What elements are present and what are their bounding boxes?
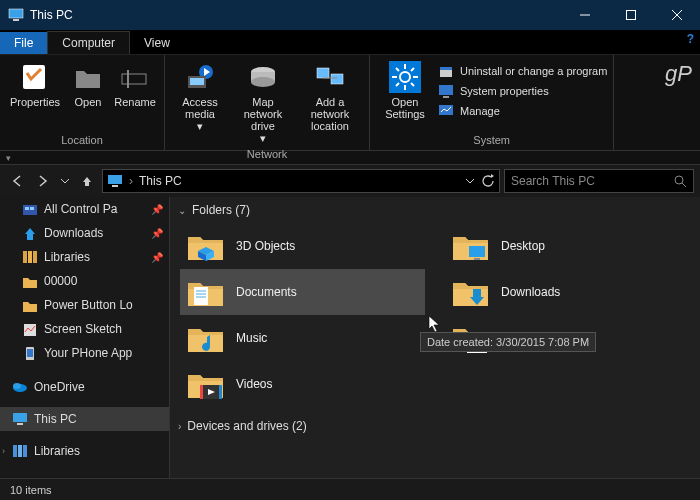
search-input[interactable]: Search This PC (504, 169, 694, 193)
svg-rect-40 (23, 251, 27, 263)
titlebar: This PC (0, 0, 700, 30)
uninstall-program-button[interactable]: Uninstall or change a program (438, 61, 607, 81)
recent-locations-button[interactable] (58, 170, 72, 192)
rename-button[interactable]: Rename (112, 59, 158, 110)
svg-rect-31 (443, 96, 449, 98)
folder-item[interactable]: 3D Objects (180, 223, 425, 269)
chevron-down-icon: ▾ (260, 132, 266, 144)
nav-item[interactable]: Screen Sketch (0, 317, 169, 341)
svg-rect-30 (439, 85, 453, 95)
group-network: Access media ▾ Map network drive ▾ Add a… (165, 55, 370, 150)
folders-section-header[interactable]: ⌄ Folders (7) (170, 197, 700, 223)
folder-label: Downloads (501, 285, 560, 299)
nav-item-icon (22, 321, 38, 337)
cursor-icon (428, 315, 442, 333)
settings-icon (389, 61, 421, 93)
address-row: › This PC Search This PC (0, 165, 700, 197)
tab-computer[interactable]: Computer (47, 31, 130, 54)
up-button[interactable] (76, 170, 98, 192)
tab-file[interactable]: File (0, 32, 47, 54)
manage-button[interactable]: Manage (438, 101, 607, 121)
forward-button[interactable] (32, 170, 54, 192)
nav-item[interactable]: All Control Pa📌 (0, 197, 169, 221)
chevron-right-icon[interactable]: › (2, 446, 5, 456)
access-media-button[interactable]: Access media ▾ (171, 59, 229, 134)
svg-point-14 (251, 77, 275, 87)
refresh-button[interactable] (481, 174, 495, 188)
breadcrumb-this-pc[interactable]: This PC (139, 174, 182, 188)
search-icon (673, 174, 687, 188)
minimize-button[interactable] (562, 0, 608, 30)
svg-rect-7 (122, 74, 146, 84)
system-properties-button[interactable]: System properties (438, 81, 607, 101)
nav-item-label: Power Button Lo (44, 298, 133, 312)
nav-item[interactable]: Libraries📌 (0, 245, 169, 269)
folder-icon (186, 229, 226, 263)
expand-icon[interactable]: ▾ (6, 153, 11, 163)
folder-icon (186, 367, 226, 401)
nav-item[interactable]: 00000 (0, 269, 169, 293)
nav-item-label: Your PHone App (44, 346, 132, 360)
nav-item[interactable]: Downloads📌 (0, 221, 169, 245)
svg-rect-49 (17, 423, 23, 425)
svg-rect-39 (30, 207, 34, 210)
folder-item[interactable]: Videos (180, 361, 425, 407)
nav-item[interactable]: Power Button Lo (0, 293, 169, 317)
close-button[interactable] (654, 0, 700, 30)
pin-icon: 📌 (151, 252, 163, 263)
open-settings-button[interactable]: Open Settings (376, 59, 434, 122)
open-icon (72, 61, 104, 93)
map-drive-icon (247, 61, 279, 93)
nav-item-icon (22, 273, 38, 289)
tab-view[interactable]: View (130, 32, 184, 54)
folder-item[interactable]: Desktop (445, 223, 690, 269)
folder-item[interactable]: Documents (180, 269, 425, 315)
nav-item-label: Screen Sketch (44, 322, 122, 336)
address-bar[interactable]: › This PC (102, 169, 500, 193)
chevron-down-icon[interactable] (465, 176, 475, 186)
status-bar: 10 items (0, 478, 700, 500)
this-pc-icon (8, 7, 24, 23)
maximize-button[interactable] (608, 0, 654, 30)
svg-rect-52 (23, 445, 27, 457)
devices-section-header[interactable]: › Devices and drives (2) (170, 413, 700, 439)
folder-label: Documents (236, 285, 297, 299)
folder-label: 3D Objects (236, 239, 295, 253)
back-button[interactable] (6, 170, 28, 192)
status-item-count: 10 items (10, 484, 52, 496)
svg-rect-51 (18, 445, 22, 457)
nav-item-label: All Control Pa (44, 202, 117, 216)
open-button[interactable]: Open (68, 59, 108, 110)
nav-item-icon (22, 201, 38, 217)
nav-this-pc[interactable]: This PC (0, 407, 169, 431)
ribbon-tabs: File Computer View ? (0, 30, 700, 55)
svg-rect-63 (200, 385, 203, 399)
svg-rect-45 (27, 349, 33, 357)
nav-item-icon (22, 297, 38, 313)
navigation-pane: All Control Pa📌Downloads📌Libraries📌00000… (0, 197, 170, 478)
svg-rect-29 (440, 67, 452, 70)
help-icon[interactable]: ? (687, 32, 694, 46)
nav-libraries[interactable]: › Libraries (0, 439, 169, 463)
svg-rect-42 (33, 251, 37, 263)
svg-rect-0 (9, 9, 23, 18)
nav-item[interactable]: Your PHone App (0, 341, 169, 365)
svg-rect-1 (13, 19, 19, 21)
onedrive-icon (12, 379, 28, 395)
folder-item[interactable]: Music (180, 315, 425, 361)
folder-label: Desktop (501, 239, 545, 253)
svg-rect-38 (25, 207, 29, 210)
nav-item-icon (22, 225, 38, 241)
map-network-drive-button[interactable]: Map network drive ▾ (233, 59, 293, 146)
add-network-location-button[interactable]: Add a network location (297, 59, 363, 134)
properties-button[interactable]: Properties (6, 59, 64, 110)
svg-rect-48 (13, 413, 27, 422)
nav-onedrive[interactable]: OneDrive (0, 375, 169, 399)
rename-icon (119, 61, 151, 93)
chevron-right-icon[interactable]: › (129, 174, 133, 188)
system-properties-icon (438, 83, 454, 99)
ribbon: Properties Open Rename Location Access m… (0, 55, 700, 151)
svg-rect-50 (13, 445, 17, 457)
add-network-location-icon (314, 61, 346, 93)
folder-item[interactable]: Downloads (445, 269, 690, 315)
